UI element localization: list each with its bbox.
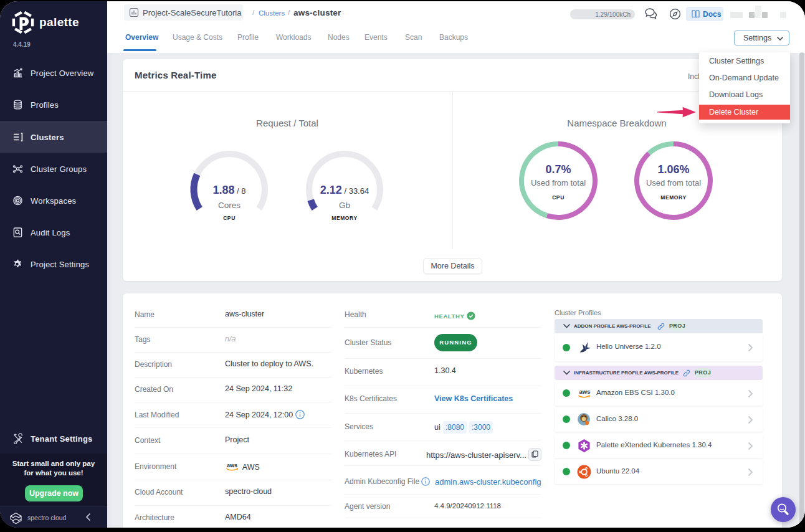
svg-text:aws: aws: [227, 462, 237, 468]
svg-text:aws: aws: [579, 388, 591, 395]
